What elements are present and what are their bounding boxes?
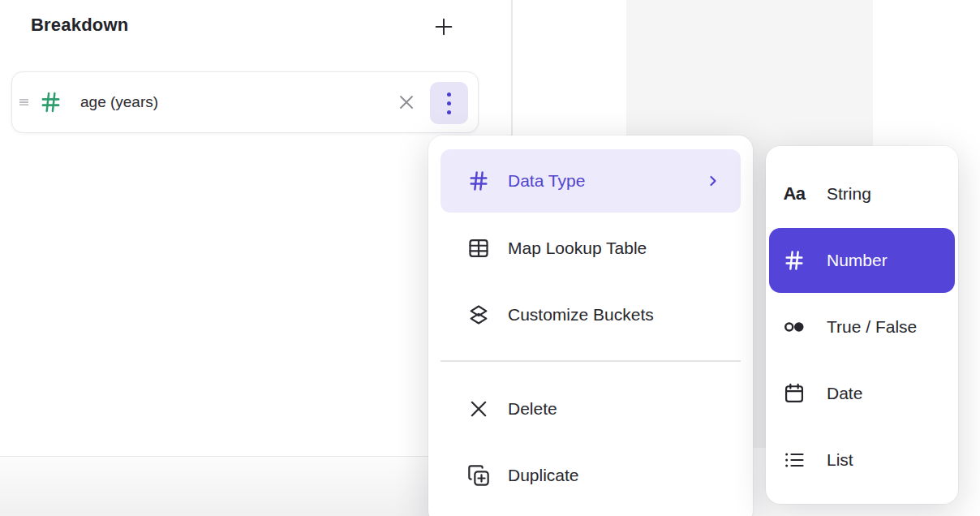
submenu-item-label: True / False bbox=[827, 317, 917, 337]
menu-item-label: Data Type bbox=[508, 171, 585, 191]
calendar-icon bbox=[781, 382, 807, 405]
left-panel-footer bbox=[0, 456, 429, 516]
menu-item-label: Delete bbox=[508, 399, 557, 419]
menu-item-customize-buckets[interactable]: Customize Buckets bbox=[441, 283, 741, 346]
breakdown-field-card: age (years) bbox=[11, 71, 479, 133]
menu-divider bbox=[441, 360, 741, 362]
list-icon bbox=[781, 449, 807, 471]
menu-item-label: Customize Buckets bbox=[508, 305, 654, 325]
menu-item-label: Duplicate bbox=[508, 466, 579, 485]
submenu-item-label: String bbox=[827, 184, 871, 204]
submenu-item-true-false[interactable]: True / False bbox=[769, 295, 955, 359]
letters-icon: Aa bbox=[781, 183, 807, 204]
number-type-hash-icon bbox=[39, 91, 62, 114]
data-type-submenu: Aa String Number True / False Date bbox=[766, 146, 958, 504]
drag-handle-icon[interactable] bbox=[18, 96, 30, 110]
app-canvas: Breakdown age (years) Data bbox=[0, 0, 980, 516]
field-name: age (years) bbox=[80, 93, 158, 111]
kebab-menu-icon bbox=[447, 92, 451, 114]
field-context-menu: Data Type Map Lookup Table Customize Buc… bbox=[428, 135, 753, 516]
menu-item-delete[interactable]: Delete bbox=[441, 377, 741, 441]
menu-item-duplicate[interactable]: Duplicate bbox=[441, 444, 741, 507]
submenu-item-date[interactable]: Date bbox=[769, 361, 955, 426]
submenu-item-number[interactable]: Number bbox=[769, 228, 955, 293]
field-menu-button[interactable] bbox=[430, 82, 468, 124]
boolean-circles-icon bbox=[781, 315, 807, 339]
add-breakdown-button[interactable] bbox=[430, 13, 458, 41]
menu-item-label: Map Lookup Table bbox=[508, 239, 647, 258]
remove-field-button[interactable] bbox=[396, 92, 417, 113]
submenu-item-label: Date bbox=[827, 384, 862, 403]
table-icon bbox=[467, 237, 490, 260]
submenu-item-list[interactable]: List bbox=[769, 428, 955, 492]
submenu-item-string[interactable]: Aa String bbox=[769, 161, 955, 226]
menu-item-map-lookup-table[interactable]: Map Lookup Table bbox=[441, 217, 741, 280]
submenu-item-label: List bbox=[827, 450, 853, 470]
hash-icon bbox=[781, 249, 807, 272]
close-icon bbox=[397, 92, 416, 112]
menu-item-data-type[interactable]: Data Type bbox=[441, 149, 741, 213]
layers-icon bbox=[467, 303, 490, 326]
submenu-item-label: Number bbox=[827, 251, 888, 270]
x-icon bbox=[467, 398, 490, 420]
hash-icon bbox=[467, 170, 490, 192]
page-title: Breakdown bbox=[31, 15, 128, 36]
plus-icon bbox=[432, 15, 455, 38]
chevron-right-icon bbox=[705, 173, 721, 189]
copy-plus-icon bbox=[467, 464, 490, 487]
